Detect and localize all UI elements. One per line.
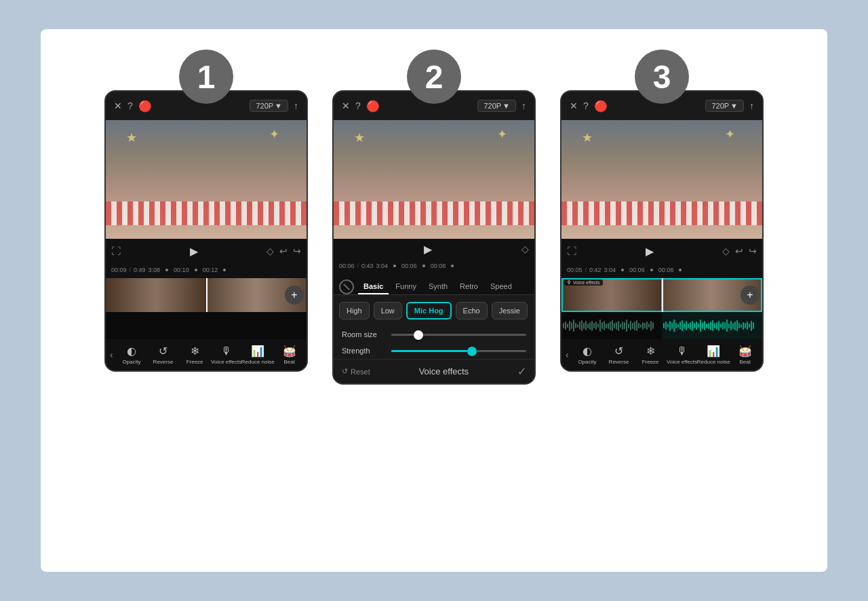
phone-1-controls: ⛶ ▶ ◇ ↩ ↪ <box>106 239 307 263</box>
diamond-icon[interactable]: ◇ <box>267 246 274 256</box>
time-total-3: 0:42 <box>589 267 601 273</box>
toolbar-voice-effects[interactable]: 🎙 Voice effects <box>210 343 242 368</box>
play-icon-2[interactable]: ▶ <box>424 243 432 256</box>
toolbar-reverse-3[interactable]: ↺ Reverse <box>603 342 635 368</box>
phone-2-timeline: 00:06 / 0:43 3:04 00:06 00:08 <box>334 259 534 274</box>
video-area-3: ★ ✦ <box>561 120 762 239</box>
play-icon[interactable]: ▶ <box>190 245 198 258</box>
record-icon-2[interactable]: 🔴 <box>366 100 380 113</box>
toolbar-freeze[interactable]: ❄ Freeze <box>179 342 211 368</box>
strength-label: Strength <box>342 347 386 355</box>
fullscreen-icon-3[interactable]: ⛶ <box>567 246 576 256</box>
toolbar-beat[interactable]: 🥁 Beat <box>273 342 305 368</box>
tab-funny[interactable]: Funny <box>390 279 422 294</box>
effect-echo-btn[interactable]: Echo <box>456 302 488 319</box>
toolbar-reduce-noise-3[interactable]: 📊 Reduce noise <box>698 342 730 368</box>
close-icon-2[interactable]: ✕ <box>342 100 350 111</box>
time-alt-3: 3:04 <box>604 267 616 273</box>
record-icon-3[interactable]: 🔴 <box>594 100 608 113</box>
step-1-number: 1 <box>179 50 233 104</box>
play-icon-3[interactable]: ▶ <box>646 245 654 258</box>
clip-strip-1: + <box>106 278 307 312</box>
voice-badge-icon: 🎙 <box>567 280 572 285</box>
undo-icon-3[interactable]: ↩ <box>735 246 743 256</box>
time-mark1-1: 00:10 <box>174 267 189 273</box>
decor-star-2: ✦ <box>269 127 279 142</box>
time-current-2: 00:06 <box>339 263 355 269</box>
main-card: 1 ✕ ? 🔴 720P ▼ ↑ <box>41 29 827 572</box>
tab-basic[interactable]: Basic <box>358 279 389 294</box>
waveform-visual <box>561 312 762 339</box>
decor-star-3: ★ <box>354 130 365 145</box>
voice-tabs: Basic Funny Synth Retro Speed <box>334 274 534 295</box>
tab-speed[interactable]: Speed <box>485 279 517 294</box>
toolbar-arrow-1[interactable]: ‹ <box>107 349 116 360</box>
decor-star-6: ✦ <box>725 127 735 142</box>
step-3-number: 3 <box>635 50 689 104</box>
time-total-1: 0:49 <box>134 267 146 273</box>
diamond-icon-3[interactable]: ◇ <box>722 246 730 256</box>
time-alt-1: 3:08 <box>149 267 161 273</box>
time-mark1-3: 00:06 <box>629 267 645 273</box>
phone-2-controls: ▶ ◇ <box>334 239 534 259</box>
video-area-2: ★ ✦ <box>334 120 534 239</box>
toolbar-reduce-noise[interactable]: 📊 Reduce noise <box>242 342 274 368</box>
effect-buttons-row: High Low Mic Hog Echo Jessie <box>334 295 534 326</box>
time-mark2-3: 00:08 <box>658 267 674 273</box>
step-2-number: 2 <box>407 50 461 104</box>
upload-icon-3[interactable]: ↑ <box>749 100 754 111</box>
clip-strip-3: 🎙 Voice effects + <box>561 278 762 312</box>
effect-jessie-btn[interactable]: Jessie <box>492 302 528 319</box>
video-area-1: ★ ✦ <box>106 120 307 239</box>
redo-icon[interactable]: ↪ <box>293 246 301 256</box>
diamond-icon-2[interactable]: ◇ <box>521 244 529 254</box>
panel-title: Voice effects <box>419 366 469 376</box>
tab-synth[interactable]: Synth <box>423 279 453 294</box>
room-size-label: Room size <box>342 330 386 338</box>
effect-michog-btn[interactable]: Mic Hog <box>406 302 452 319</box>
phone-3-mockup: ✕ ? 🔴 720P ▼ ↑ ★ ✦ <box>560 90 764 372</box>
reset-btn[interactable]: ↺ Reset <box>342 367 370 376</box>
time-alt-2: 3:04 <box>376 263 389 269</box>
confirm-icon[interactable]: ✓ <box>517 365 526 378</box>
phone-1-timeline: 00:09 / 0:49 3:08 00:10 00:12 <box>106 263 307 278</box>
help-icon[interactable]: ? <box>127 100 133 111</box>
add-clip-btn-1[interactable]: + <box>285 286 304 305</box>
audio-strip-1 <box>106 312 307 339</box>
resolution-dropdown-3[interactable]: 720P ▼ <box>705 100 744 112</box>
strength-row: Strength <box>334 343 534 359</box>
decor-star-5: ★ <box>582 130 593 145</box>
time-mark1-2: 00:06 <box>401 263 417 269</box>
time-current-1: 00:09 <box>111 267 127 273</box>
upload-icon[interactable]: ↑ <box>294 100 298 111</box>
close-icon-3[interactable]: ✕ <box>570 100 578 111</box>
step-3-container: 3 ✕ ? 🔴 720P ▼ ↑ <box>560 50 764 372</box>
effect-low-btn[interactable]: Low <box>374 302 402 319</box>
add-clip-btn-3[interactable]: + <box>741 286 760 305</box>
toolbar-opacity[interactable]: ◐ Opacity <box>116 342 148 368</box>
resolution-dropdown-2[interactable]: 720P ▼ <box>477 100 516 112</box>
toolbar-arrow-3[interactable]: ‹ <box>563 349 572 360</box>
resolution-dropdown[interactable]: 720P ▼ <box>250 100 288 112</box>
toolbar-freeze-3[interactable]: ❄ Freeze <box>635 342 667 368</box>
tab-retro[interactable]: Retro <box>454 279 484 294</box>
strength-track[interactable] <box>391 350 526 352</box>
panel-bottom: ↺ Reset Voice effects ✓ <box>334 359 534 383</box>
help-icon-2[interactable]: ? <box>355 100 361 111</box>
effect-high-btn[interactable]: High <box>339 302 370 319</box>
toolbar-voice-effects-3[interactable]: 🎙 Voice effects <box>666 343 698 368</box>
redo-icon-3[interactable]: ↪ <box>749 246 757 256</box>
room-size-track[interactable] <box>391 334 526 336</box>
no-effect-icon[interactable] <box>339 279 354 294</box>
help-icon-3[interactable]: ? <box>583 100 589 111</box>
toolbar-reverse[interactable]: ↺ Reverse <box>147 342 179 368</box>
record-icon[interactable]: 🔴 <box>138 100 152 113</box>
close-icon[interactable]: ✕ <box>114 100 122 111</box>
fullscreen-icon[interactable]: ⛶ <box>111 246 121 256</box>
toolbar-beat-3[interactable]: 🥁 Beat <box>729 342 761 368</box>
undo-icon[interactable]: ↩ <box>279 246 288 256</box>
bottom-toolbar-1: ‹ ◐ Opacity ↺ Reverse ❄ Freeze 🎙 <box>106 339 307 370</box>
upload-icon-2[interactable]: ↑ <box>521 100 526 111</box>
phone-2-mockup: ✕ ? 🔴 720P ▼ ↑ ★ ✦ <box>332 90 536 385</box>
toolbar-opacity-3[interactable]: ◐ Opacity <box>572 342 604 368</box>
